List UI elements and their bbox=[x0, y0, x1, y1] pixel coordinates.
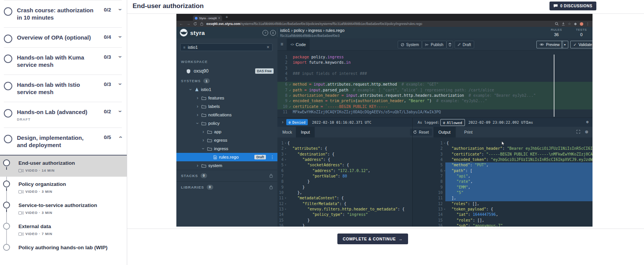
tree-item-egress[interactable]: ›egress bbox=[176, 136, 277, 144]
reset-button[interactable]: Reset bbox=[410, 129, 432, 136]
chevron-down-icon[interactable]: › bbox=[188, 88, 193, 91]
fold-caret-icon[interactable]: ▾ bbox=[284, 141, 287, 146]
close-panel-icon[interactable]: ⊗ bbox=[585, 130, 588, 134]
chevron-right-icon[interactable]: › bbox=[281, 119, 284, 125]
allowed-label: Allowed bbox=[447, 121, 462, 125]
lesson-item[interactable]: Policy authoring hands-on lab (WIP) bbox=[0, 240, 127, 255]
chevron-down-icon[interactable]: › bbox=[195, 121, 200, 125]
fold-caret-icon[interactable]: ▾ bbox=[284, 207, 287, 212]
chevron-right-icon[interactable]: › bbox=[196, 104, 199, 109]
preview-button[interactable]: Preview bbox=[536, 41, 563, 48]
tab-close-icon[interactable]: × bbox=[218, 17, 220, 20]
extensions-icon[interactable] bbox=[574, 22, 577, 26]
chevron-down-icon[interactable]: › bbox=[116, 56, 123, 58]
workspace-row[interactable]: oxsq90 DAS Free bbox=[176, 67, 277, 75]
section-row[interactable]: Crash course: authorization in 10 minute… bbox=[4, 0, 122, 27]
chevron-up-icon[interactable]: › bbox=[116, 136, 123, 138]
code-editor[interactable]: 1package policy.ingress2import future.ke… bbox=[277, 51, 593, 118]
chevron-right-icon[interactable]: › bbox=[196, 95, 199, 101]
tab-print[interactable]: Print bbox=[459, 127, 478, 137]
delete-button[interactable] bbox=[446, 41, 453, 48]
coverage-check-icon bbox=[287, 60, 293, 65]
tab-output[interactable]: Output bbox=[433, 127, 456, 137]
tree-item-istio1[interactable]: ›istio1 bbox=[176, 85, 277, 94]
input-json-panel[interactable]: 1▾{2▾"attributes": {3▾"destination": {4▾… bbox=[277, 137, 412, 227]
fold-caret-icon[interactable]: ▾ bbox=[443, 207, 446, 212]
chevron-down-icon[interactable]: › bbox=[116, 36, 123, 38]
section-row[interactable]: Hands-on Lab (advanced)DRAFT0/2› bbox=[4, 102, 122, 128]
section-row[interactable]: Hands-on lab with Istio service mesh0/3› bbox=[4, 75, 122, 102]
chevron-down-icon[interactable]: › bbox=[116, 110, 123, 112]
browser-menu-icon[interactable]: ⋮ bbox=[586, 22, 589, 26]
tree-item-ingress[interactable]: ›ingress bbox=[176, 144, 277, 153]
search-icon[interactable] bbox=[555, 22, 559, 26]
account-icon[interactable] bbox=[270, 30, 276, 36]
chevron-down-icon[interactable]: › bbox=[116, 8, 123, 10]
folder-icon bbox=[201, 96, 206, 100]
tree-item-labels[interactable]: ›labels bbox=[176, 102, 277, 111]
breadcrumb[interactable]: istio1 › policy › ingress › rules.rego bbox=[280, 28, 345, 33]
url-text[interactable]: oxsq90.svc.styra.com/systems/f5c31af9b98… bbox=[206, 22, 552, 26]
browser-tab[interactable]: Styra - oxsq90 - policy › ingre × bbox=[193, 15, 222, 21]
reload-icon[interactable] bbox=[193, 22, 197, 26]
preview-dropdown-button[interactable]: ▾ bbox=[561, 41, 568, 48]
tree-item-policy[interactable]: ›policy bbox=[176, 119, 277, 128]
video-player[interactable]: Styra - oxsq90 - policy › ingre × + ← → … bbox=[176, 14, 593, 227]
fold-caret-icon[interactable]: ▾ bbox=[443, 141, 446, 146]
close-result-icon[interactable]: ⊗ bbox=[586, 119, 589, 124]
panel-menu-icon[interactable]: ≡ bbox=[281, 41, 283, 47]
tree-item-app[interactable]: ›app bbox=[176, 128, 277, 136]
libraries-row[interactable]: LIBRARIES 0 bbox=[176, 183, 277, 191]
draft-button[interactable]: Draft bbox=[455, 41, 474, 48]
lesson-item[interactable]: External dataVIDEO · 7 MIN bbox=[0, 219, 127, 240]
section-row[interactable]: Hands-on lab with Kuma service mesh0/3› bbox=[4, 47, 122, 75]
back-icon[interactable]: ← bbox=[179, 22, 183, 26]
chevron-down-icon[interactable]: › bbox=[116, 83, 123, 85]
system-button[interactable]: System bbox=[398, 41, 422, 48]
fold-caret-icon[interactable]: ▾ bbox=[443, 168, 446, 174]
expand-icon[interactable] bbox=[589, 2, 598, 10]
clear-filter-icon[interactable]: × bbox=[267, 45, 269, 50]
coverage-check-icon: ✓ bbox=[287, 98, 293, 104]
tree-item-features[interactable]: ›features bbox=[176, 94, 277, 102]
section-row[interactable]: Design, implementation, and deployment0/… bbox=[4, 128, 122, 155]
video-camera-icon bbox=[18, 232, 23, 236]
profile-avatar[interactable] bbox=[580, 22, 583, 26]
section-row[interactable]: Overview of OPA (optional)0/4› bbox=[4, 27, 122, 47]
lesson-item[interactable]: Policy organizationVIDEO · 3 MIN bbox=[0, 177, 127, 198]
fold-caret-icon[interactable]: ▾ bbox=[284, 146, 287, 151]
tree-item-notifications[interactable]: ›notifications bbox=[176, 111, 277, 119]
fold-caret-icon[interactable]: ▾ bbox=[284, 195, 287, 201]
fullscreen-icon[interactable] bbox=[576, 130, 580, 134]
fold-caret-icon[interactable]: ▾ bbox=[284, 152, 287, 157]
stacks-row[interactable]: STACKS 0 bbox=[176, 171, 277, 180]
download-icon[interactable] bbox=[561, 22, 565, 26]
tree-item-rules.rego[interactable]: rules.regoDraft⋮ bbox=[176, 153, 277, 161]
help-icon[interactable]: ? bbox=[262, 30, 268, 36]
tab-mock[interactable]: Mock bbox=[277, 127, 297, 137]
tree-item-system[interactable]: ›system bbox=[176, 161, 277, 170]
chevron-right-icon[interactable]: › bbox=[201, 137, 205, 143]
chevron-down-icon[interactable]: › bbox=[201, 147, 206, 151]
chevron-right-icon[interactable]: › bbox=[196, 112, 199, 118]
chevron-right-icon[interactable]: › bbox=[201, 129, 205, 134]
new-tab-button[interactable]: + bbox=[226, 15, 228, 19]
fold-caret-icon[interactable]: ▾ bbox=[284, 162, 287, 168]
bookmark-star-icon[interactable]: ☆ bbox=[568, 22, 571, 26]
fold-caret-icon[interactable]: ▾ bbox=[284, 157, 287, 162]
lesson-item[interactable]: Service-to-service authorizationVIDEO · … bbox=[0, 198, 127, 219]
line-number: 2 bbox=[277, 60, 287, 65]
validate-button[interactable]: ✓ Validate bbox=[570, 41, 593, 48]
lesson-item[interactable]: End-user authorizationVIDEO · 14 MIN bbox=[0, 156, 127, 177]
complete-continue-button[interactable]: COMPLETE & CONTINUE → bbox=[337, 234, 408, 244]
code-tab[interactable]: <> Code bbox=[287, 38, 310, 51]
fold-caret-icon[interactable]: ▾ bbox=[284, 201, 287, 207]
forward-icon[interactable]: → bbox=[186, 22, 190, 26]
chevron-right-icon[interactable]: › bbox=[196, 163, 199, 168]
publish-button[interactable]: Publish bbox=[422, 41, 446, 48]
code-line: 11MFkwEwYHKoZIzj0CAQYIKoZIzj0DAQcDQgAEEV… bbox=[277, 109, 593, 115]
filter-input[interactable]: ≡ istio1 × bbox=[180, 43, 272, 51]
kebab-icon[interactable]: ⋮ bbox=[270, 155, 274, 160]
tab-input[interactable]: Input bbox=[296, 127, 315, 137]
output-json-panel[interactable]: 1▾{2"authorization_header": "Bearer eyJh… bbox=[412, 137, 593, 227]
